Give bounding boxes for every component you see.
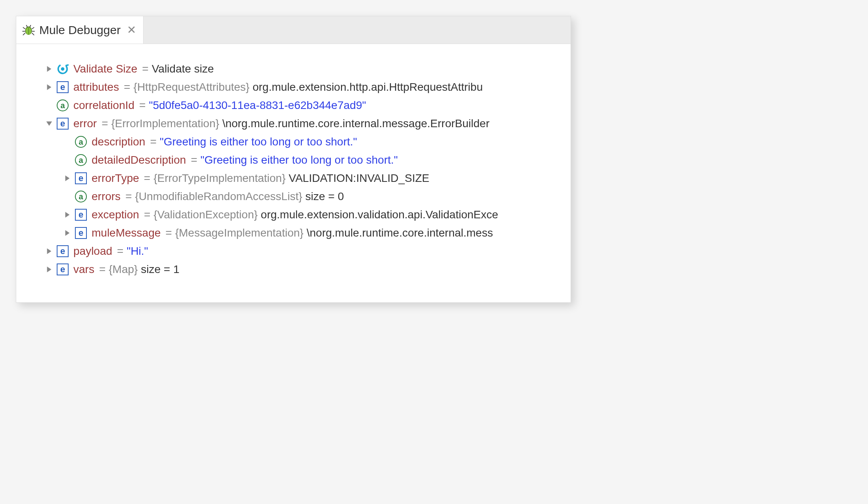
element-icon: e [57,263,69,275]
tree-row-mule-message[interactable]: e muleMessage = {MessageImplementation} … [44,224,571,242]
element-icon: e [57,245,69,257]
tree-row-attributes[interactable]: e attributes = {HttpRequestAttributes} o… [44,78,571,96]
expand-arrow-icon[interactable] [44,246,54,256]
tree-row-exception[interactable]: e exception = {ValidationException} org.… [44,206,571,224]
svg-point-12 [61,67,65,71]
bug-icon [22,23,35,37]
var-value: "Greeting is either too long or too shor… [160,136,357,148]
var-value: \norg.mule.runtime.core.internal.mess [307,227,493,239]
var-value: "Hi." [126,245,148,258]
var-name: attributes [73,81,119,94]
var-name: muleMessage [92,227,161,239]
var-type: {MessageImplementation} [175,227,304,239]
var-type: {ValidationException} [153,208,258,221]
tree-row-payload[interactable]: e payload = "Hi." [44,242,571,260]
var-name: Validate Size [73,63,137,75]
var-name: errors [92,190,121,203]
var-value: size = 0 [305,190,344,203]
tree-row-error[interactable]: e error = {ErrorImplementation} \norg.mu… [44,115,571,133]
var-name: error [73,117,97,130]
svg-line-8 [32,33,34,35]
var-type: {Map} [109,263,138,276]
svg-line-5 [23,33,25,35]
var-name: detailedDescription [92,154,186,166]
var-value: VALIDATION:INVALID_SIZE [289,172,429,185]
var-value: \norg.mule.runtime.core.internal.message… [222,117,490,130]
expand-arrow-icon[interactable] [62,228,73,238]
var-name: vars [73,263,94,276]
element-icon: e [75,172,87,184]
var-value: size = 1 [141,263,179,276]
svg-line-6 [32,27,34,29]
debugger-tree: Validate Size = Validate size e attribut… [16,44,571,302]
tab-mule-debugger[interactable]: Mule Debugger ✕ [16,16,144,44]
var-value: Validate size [152,63,214,75]
var-name: errorType [92,172,139,185]
collapse-arrow-icon[interactable] [44,118,54,129]
var-name: payload [73,245,112,258]
close-icon[interactable]: ✕ [125,23,138,36]
expand-arrow-icon[interactable] [62,173,73,183]
attribute-icon: a [75,136,87,148]
attribute-icon: a [75,154,87,166]
svg-line-10 [30,25,31,27]
var-name: description [92,136,145,148]
svg-line-3 [23,27,25,29]
attribute-icon: a [57,99,69,111]
svg-line-9 [26,25,27,27]
expand-arrow-icon[interactable] [62,210,73,220]
var-value: "Greeting is either too long or too shor… [201,154,398,166]
tree-row-correlation-id[interactable]: a correlationId = "5d0fe5a0-4130-11ea-88… [44,96,571,115]
tab-bar: Mule Debugger ✕ [16,16,571,44]
element-icon: e [57,118,69,130]
expand-arrow-icon[interactable] [44,264,54,275]
tree-row-errors[interactable]: a errors = {UnmodifiableRandomAccessList… [44,187,571,206]
var-type: {ErrorTypeImplementation} [153,172,286,185]
tree-row-description[interactable]: a description = "Greeting is either too … [44,133,571,151]
element-icon: e [57,81,69,93]
component-icon [57,63,69,75]
tree-row-vars[interactable]: e vars = {Map} size = 1 [44,260,571,279]
var-value: "5d0fe5a0-4130-11ea-8831-e62b344e7ad9" [149,99,366,112]
tab-title: Mule Debugger [39,23,121,37]
var-name: correlationId [73,99,134,112]
debugger-panel: Mule Debugger ✕ Validate Size = Validate… [16,16,571,303]
attribute-icon: a [75,191,87,202]
var-value: org.mule.extension.validation.api.Valida… [261,208,498,221]
element-icon: e [75,227,87,239]
expand-arrow-icon[interactable] [44,82,54,92]
var-type: {HttpRequestAttributes} [134,81,250,94]
var-name: exception [92,208,139,221]
var-type: {UnmodifiableRandomAccessList} [135,190,302,203]
tree-row-error-type[interactable]: e errorType = {ErrorTypeImplementation} … [44,169,571,187]
expand-arrow-icon[interactable] [44,64,54,74]
tree-row-validate-size[interactable]: Validate Size = Validate size [44,60,571,78]
var-type: {ErrorImplementation} [111,117,219,130]
tree-row-detailed-description[interactable]: a detailedDescription = "Greeting is eit… [44,151,571,169]
element-icon: e [75,209,87,221]
var-value: org.mule.extension.http.api.HttpRequestA… [253,81,483,94]
